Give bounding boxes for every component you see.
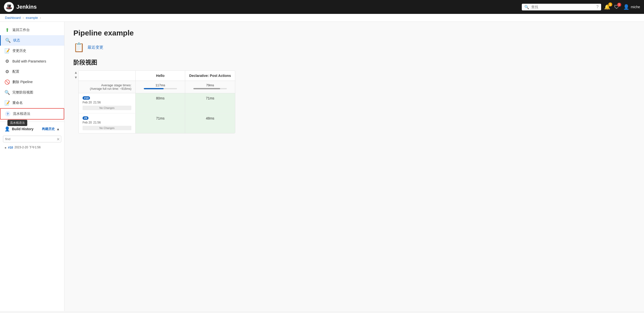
scroll-up-arrow[interactable]: ▲ — [74, 71, 78, 74]
sidebar-label-change-history: 变更历史 — [12, 49, 60, 53]
security-badge: 1 — [617, 3, 621, 7]
gear-icon-build: ⚙ — [4, 59, 10, 64]
stage-time-hello-9: 71ms — [156, 116, 164, 120]
breadcrumb-sep-2: › — [40, 16, 41, 20]
notifications-badge: 1 — [608, 3, 612, 7]
build-num-tag-9[interactable]: #9 — [82, 116, 88, 120]
notifications-button[interactable]: 🔔 1 — [604, 4, 610, 10]
sidebar-item-status[interactable]: 🔍 状态 — [0, 35, 64, 46]
stage-avg-hello: 117ms — [136, 81, 185, 93]
progress-bg-hello — [144, 88, 177, 89]
header-search-container: 🔍 ? — [522, 4, 601, 11]
avg-label-1: Average stage times: — [82, 83, 132, 87]
progress-bg-post — [193, 88, 227, 89]
progress-fill-hello — [144, 88, 164, 89]
build-history-label: Build History — [12, 127, 34, 131]
build-history-search-input[interactable]: find — [3, 136, 61, 142]
build-history-item-10[interactable]: ● #10 2023-2-20 下午1:56 — [0, 144, 64, 151]
stage-avg-row: Average stage times: (Average full run t… — [78, 81, 235, 93]
sidebar: ⬆ 返回工作台 🔍 状态 📝 变更历史 ⚙ Build with Paramet… — [0, 22, 64, 311]
recent-changes-link[interactable]: 最近变更 — [88, 45, 103, 50]
search-input[interactable] — [531, 5, 594, 9]
sidebar-item-pipeline-syntax[interactable]: ? 流水线语法 流水线语法 — [0, 108, 64, 120]
sidebar-item-change-history[interactable]: 📝 变更历史 — [0, 46, 64, 56]
stage-time-post-10: 71ms — [206, 96, 214, 100]
stage-cell-hello-10[interactable]: 80ms — [136, 93, 185, 113]
sidebar-item-delete-pipeline[interactable]: 🚫 删除 Pipeline — [0, 77, 64, 87]
stage-col-header-post: Declarative: Post Actions — [185, 71, 235, 81]
search-clear-icon[interactable]: ✕ — [56, 137, 60, 141]
header-icons: 🔔 1 🛡 1 👤 miche — [604, 4, 640, 10]
recent-changes-icon: 📋 — [73, 42, 84, 53]
user-menu[interactable]: 👤 miche — [623, 4, 640, 10]
recent-changes-section: 📋 最近变更 — [73, 42, 635, 53]
jenkins-logo-icon: 🎩 — [4, 2, 14, 12]
table-row-9: #9 Feb 20 21:56 No Changes 71ms 48ms — [78, 113, 235, 133]
sidebar-label-configure: 配置 — [12, 70, 60, 74]
progress-fill-post — [193, 88, 220, 89]
chevron-up-icon[interactable]: ▲ — [56, 127, 60, 131]
breadcrumb: Dashboard › example › — [0, 14, 644, 22]
build-date-10: Feb 20 — [82, 101, 92, 104]
build-time-9: 21:56 — [93, 121, 101, 124]
build-history-icon: 👤 — [4, 126, 10, 132]
main-content: Pipeline example 📋 最近变更 阶段视图 ▲ ▼ Hello D… — [64, 22, 644, 311]
stage-col-header-hello: Hello — [136, 71, 185, 81]
breadcrumb-sep-1: › — [23, 16, 24, 20]
arrow-up-icon: ⬆ — [4, 27, 10, 33]
build-date-10: 2023-2-20 下午1:56 — [15, 145, 41, 150]
sidebar-item-build-with-parameters[interactable]: ⚙ Build with Parameters — [0, 56, 64, 67]
stage-time-hello-10: 80ms — [156, 96, 164, 100]
build-tag-10: #10 — [82, 96, 132, 100]
header-title: Jenkins — [16, 4, 37, 10]
stage-col-header-0 — [78, 71, 136, 81]
stage-cell-hello-9[interactable]: 71ms — [136, 113, 185, 133]
stage-avg-post: 79ms — [185, 81, 235, 93]
avg-time-hello: 117ms — [156, 83, 165, 87]
no-changes-badge-10: No Changes — [82, 106, 132, 110]
sidebar-label-full-stage-view: 完整阶段视图 — [12, 90, 60, 95]
security-button[interactable]: 🛡 1 — [614, 4, 619, 10]
question-icon-pipeline-syntax: ? — [5, 111, 10, 117]
gear-icon-configure: ⚙ — [4, 69, 10, 74]
magnifier-icon-stage: 🔍 — [4, 90, 10, 95]
build-time-10: 21:56 — [93, 101, 101, 104]
sidebar-item-rename[interactable]: 📝 重命名 — [0, 98, 64, 108]
build-num-tag-10[interactable]: #10 — [82, 96, 90, 100]
stage-view-table: Hello Declarative: Post Actions Average … — [78, 71, 235, 133]
sidebar-label-delete-pipeline: 删除 Pipeline — [12, 80, 60, 84]
sidebar-item-back-workspace[interactable]: ⬆ 返回工作台 — [0, 25, 64, 35]
sidebar-label-status: 状态 — [13, 38, 60, 43]
breadcrumb-example[interactable]: example — [26, 16, 38, 20]
stage-cell-post-10[interactable]: 71ms — [185, 93, 235, 113]
build-tag-9: #9 — [82, 116, 132, 120]
avg-time-post: 79ms — [206, 83, 214, 87]
sidebar-label-rename: 重命名 — [12, 101, 60, 105]
stage-avg-label: Average stage times: (Average full run t… — [78, 81, 136, 93]
search-icon: 🔍 — [524, 5, 529, 10]
build-history-search: find ✕ — [3, 136, 61, 142]
sidebar-label-back-workspace: 返回工作台 — [12, 28, 60, 32]
notepad-icon-changes: 📝 — [4, 48, 10, 54]
sidebar-item-configure[interactable]: ⚙ 配置 — [0, 67, 64, 77]
header: 🎩 Jenkins 🔍 ? 🔔 1 🛡 1 👤 miche — [0, 0, 644, 14]
build-history-label-zh: 构建历史 — [42, 127, 55, 131]
build-date-9: Feb 20 — [82, 121, 92, 124]
stage-cell-post-9[interactable]: 48ms — [185, 113, 235, 133]
build-num-10: #10 — [8, 146, 13, 149]
main-layout: ⬆ 返回工作台 🔍 状态 📝 变更历史 ⚙ Build with Paramet… — [0, 22, 644, 311]
stage-header-row: Hello Declarative: Post Actions — [78, 71, 235, 81]
no-changes-badge-9: No Changes — [82, 126, 132, 130]
scroll-column: ▲ ▼ — [73, 71, 78, 79]
avg-label-2: (Average full run time: ~916ms) — [82, 87, 132, 91]
build-status-icon: ● — [4, 146, 6, 150]
pipeline-syntax-tooltip: 流水线语法 — [8, 120, 27, 126]
magnifier-icon-status: 🔍 — [5, 38, 11, 43]
scroll-down-arrow[interactable]: ▼ — [74, 75, 78, 79]
header-logo[interactable]: 🎩 Jenkins — [4, 2, 519, 12]
notepad-icon-rename: 📝 — [4, 100, 10, 106]
breadcrumb-dashboard[interactable]: Dashboard — [5, 16, 21, 20]
help-icon[interactable]: ? — [596, 5, 599, 9]
sidebar-item-full-stage-view[interactable]: 🔍 完整阶段视图 — [0, 87, 64, 98]
stage-time-post-9: 48ms — [206, 116, 214, 120]
